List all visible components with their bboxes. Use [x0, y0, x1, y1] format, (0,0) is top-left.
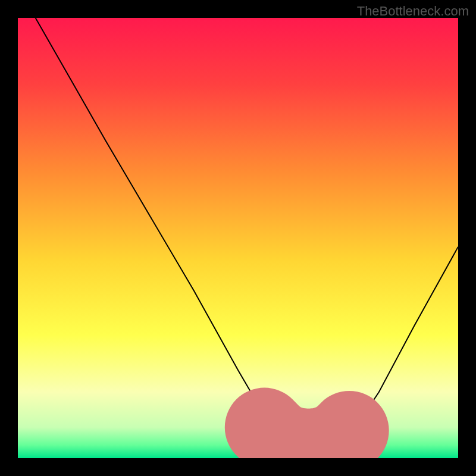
- bottleneck-curve: [36, 18, 458, 449]
- highlight-band: [264, 427, 352, 449]
- curve-layer: [18, 18, 458, 458]
- plot-area: [18, 18, 458, 458]
- watermark-text: TheBottleneck.com: [357, 4, 469, 19]
